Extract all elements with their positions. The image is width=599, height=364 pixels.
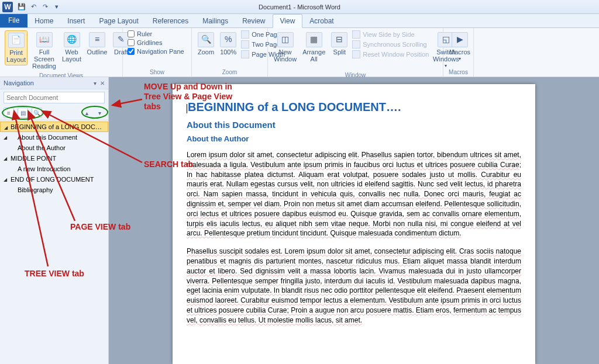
nav-next-button[interactable]: ▾ bbox=[94, 108, 105, 118]
nav-tree-item[interactable]: ◢MIDDLE POINT bbox=[0, 153, 108, 164]
nav-tabs-row: ≡ ▤ 🔍 ▴ ▾ bbox=[0, 106, 108, 120]
full-screen-reading-button[interactable]: 📖Full Screen Reading bbox=[31, 30, 57, 71]
group-zoom: 🔍Zoom %100% One Page Two Pages Page Widt… bbox=[192, 28, 268, 77]
nav-tree-item[interactable]: A new Introduction bbox=[0, 164, 108, 174]
body-paragraph: Lorem ipsum dolor sit amet, consectetur … bbox=[187, 150, 521, 238]
new-window-button[interactable]: ◫New Window bbox=[273, 30, 298, 64]
nav-pane-header: Navigation ▾ ✕ bbox=[0, 77, 108, 89]
nav-close-icon[interactable]: ✕ bbox=[100, 80, 105, 86]
word-app-icon: W bbox=[2, 2, 13, 12]
arrange-all-button[interactable]: ▦Arrange All bbox=[301, 30, 326, 64]
hundred-percent-button[interactable]: %100% bbox=[219, 30, 237, 57]
nav-dropdown-icon[interactable]: ▾ bbox=[94, 80, 97, 86]
print-layout-button[interactable]: 📄Print Layout bbox=[5, 30, 27, 65]
file-tab[interactable]: File bbox=[0, 13, 27, 27]
nav-search bbox=[4, 92, 105, 103]
split-button[interactable]: ⊟Split bbox=[330, 30, 349, 57]
gridlines-checkbox[interactable]: Gridlines bbox=[128, 39, 187, 46]
navigation-pane-checkbox[interactable]: Navigation Pane bbox=[128, 48, 187, 55]
tab-mailings[interactable]: Mailings bbox=[195, 15, 235, 27]
sync-scrolling-button: Synchronous Scrolling bbox=[352, 40, 429, 48]
zoom-button[interactable]: 🔍Zoom bbox=[197, 30, 215, 57]
tab-acrobat[interactable]: Acrobat bbox=[302, 15, 340, 27]
tab-view[interactable]: View bbox=[273, 14, 303, 28]
quick-access-toolbar: 💾 ↶ ↷ ▾ bbox=[18, 3, 61, 11]
group-document-views: 📄Print Layout 📖Full Screen Reading 🌐Web … bbox=[0, 28, 123, 77]
tab-insert[interactable]: Insert bbox=[60, 15, 92, 27]
view-side-by-side-button: View Side by Side bbox=[352, 30, 429, 39]
title-bar: W 💾 ↶ ↷ ▾ Document1 - Microsoft Word bbox=[0, 0, 599, 14]
group-label: Macros bbox=[448, 68, 469, 75]
heading-3: About the Author bbox=[187, 134, 521, 143]
heading-1: BEGINNING of a LONG DOCUMENT…. bbox=[187, 100, 521, 114]
body-paragraph: Phasellus suscipit sodales est. Lorem ip… bbox=[187, 247, 521, 325]
heading-2: About this Document bbox=[187, 120, 521, 130]
nav-tree-item[interactable]: ◢END OF LONG DOCUMENT bbox=[0, 174, 108, 185]
nav-tree: ◢BEGINNING of a LONG DOCU…◢About this Do… bbox=[0, 120, 108, 196]
search-input[interactable] bbox=[4, 92, 105, 103]
qat-dropdown-icon[interactable]: ▾ bbox=[53, 3, 61, 11]
nav-tree-item[interactable]: Bibliography bbox=[0, 185, 108, 195]
tab-home[interactable]: Home bbox=[27, 15, 60, 27]
tab-review[interactable]: Review bbox=[235, 15, 272, 27]
page-view-tab[interactable]: ▤ bbox=[18, 108, 28, 118]
save-icon[interactable]: 💾 bbox=[18, 3, 26, 11]
nav-tree-item[interactable]: About the Author bbox=[0, 143, 108, 153]
nav-prev-button[interactable]: ▴ bbox=[81, 108, 92, 118]
outline-button[interactable]: ≡Outline bbox=[86, 30, 108, 57]
nav-pane-title: Navigation bbox=[4, 79, 34, 86]
ribbon: 📄Print Layout 📖Full Screen Reading 🌐Web … bbox=[0, 28, 599, 77]
group-show: Ruler Gridlines Navigation Pane Show bbox=[123, 28, 192, 77]
undo-icon[interactable]: ↶ bbox=[29, 3, 37, 11]
nav-tree-item[interactable]: ◢About this Document bbox=[0, 132, 108, 143]
navigation-pane: Navigation ▾ ✕ ≡ ▤ 🔍 ▴ ▾ ◢BEGINNING of a… bbox=[0, 77, 109, 364]
redo-icon[interactable]: ↷ bbox=[41, 3, 49, 11]
nav-tree-item[interactable]: ◢BEGINNING of a LONG DOCU… bbox=[0, 122, 108, 132]
group-macros: ▶Macros▾ Macros bbox=[443, 28, 474, 77]
window-title: Document1 - Microsoft Word bbox=[259, 4, 340, 11]
search-results-tab[interactable]: 🔍 bbox=[32, 108, 42, 118]
tab-page-layout[interactable]: Page Layout bbox=[92, 15, 145, 27]
group-window: ◫New Window ▦Arrange All ⊟Split View Sid… bbox=[268, 28, 443, 77]
macros-button[interactable]: ▶Macros▾ bbox=[448, 30, 471, 64]
ruler-checkbox[interactable]: Ruler bbox=[128, 30, 187, 37]
group-label: Show bbox=[128, 68, 187, 75]
document-page: BEGINNING of a LONG DOCUMENT…. About thi… bbox=[173, 84, 535, 364]
web-layout-button[interactable]: 🌐Web Layout bbox=[61, 30, 82, 64]
ribbon-tabs: File Home Insert Page Layout References … bbox=[0, 14, 599, 28]
document-area: BEGINNING of a LONG DOCUMENT…. About thi… bbox=[109, 77, 599, 364]
tab-references[interactable]: References bbox=[146, 15, 195, 27]
tree-view-tab[interactable]: ≡ bbox=[4, 108, 14, 118]
reset-window-button: Reset Window Position bbox=[352, 50, 429, 58]
group-label: Zoom bbox=[197, 68, 263, 75]
